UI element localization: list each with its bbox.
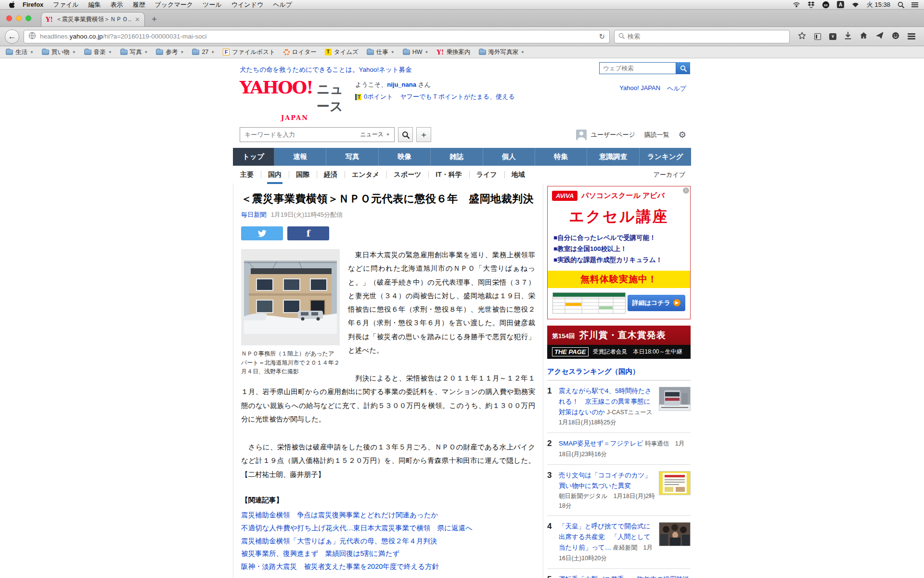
menu-history[interactable]: 履歴	[133, 0, 145, 9]
browser-search-bar[interactable]	[614, 30, 790, 43]
bookmark-filepost[interactable]: Fファイルポスト	[223, 48, 275, 56]
bookmark-folder-work[interactable]: 仕事▼	[367, 48, 395, 56]
menu-tools[interactable]: ツール	[203, 0, 222, 9]
related-link[interactable]: 震災補助金横領「大雪りばぁ」元代表の母、懲役２年４月判決	[241, 535, 535, 548]
zoom-window-button[interactable]	[26, 15, 31, 21]
akutagawa-prize-ad[interactable]: 第154回 芥川賞・直木賞発表 THE PAGE 受賞記者会見 本日18:00～…	[547, 326, 691, 359]
article-source-link[interactable]: 毎日新聞	[241, 211, 266, 218]
bookmark-folder-photo[interactable]: 写真▼	[120, 48, 148, 56]
subscriptions-link[interactable]: 購読一覧	[644, 131, 669, 139]
subnav-it-science[interactable]: IT・科学	[428, 166, 469, 184]
news-search-button[interactable]	[398, 127, 413, 142]
related-link[interactable]: 阪神・淡路大震災 被災者支えた事業を2020年度で終える方針	[241, 560, 535, 573]
ad-info-icon[interactable]: i	[683, 187, 689, 194]
downloads-icon[interactable]	[845, 32, 851, 41]
nav-tab-top[interactable]: トップ	[233, 148, 274, 166]
ranking-link[interactable]: 運転手「大型バス苦手」＝昨年末の採用時説明―重体男性死亡死者15人に・転落事故	[559, 576, 689, 578]
input-source-icon[interactable]: A	[837, 1, 844, 8]
menu-file[interactable]: ファイル	[53, 0, 78, 9]
airport-icon[interactable]	[793, 1, 800, 8]
nav-tab-personal[interactable]: 個人	[483, 148, 535, 166]
points-link[interactable]: 0ポイント	[364, 92, 393, 101]
creative-cloud-icon[interactable]: cc	[822, 1, 830, 9]
browser-tab[interactable]: Y! ＜震災事業費横領＞ＮＰＯ... ✕	[41, 12, 145, 26]
subnav-life[interactable]: ライフ	[469, 166, 504, 184]
home-icon[interactable]	[860, 32, 868, 41]
help-link[interactable]: ヘルプ	[667, 84, 686, 93]
promo-banner-link[interactable]: 犬たちの命を救うためにできることは。Yahoo!ネット募金	[240, 66, 412, 73]
ranking-thumbnail-flyer[interactable]	[659, 471, 691, 495]
nav-tab-photo[interactable]: 写真	[326, 148, 378, 166]
related-link[interactable]: 被災事業所、復興進まず 業績回復は5割に満たず	[241, 547, 535, 560]
username-link[interactable]: niju_nana	[387, 81, 416, 88]
nav-tab-feature[interactable]: 特集	[535, 148, 587, 166]
bookmark-folder-overseas-photographers[interactable]: 海外写真家▼	[479, 48, 525, 56]
archive-link[interactable]: アーカイブ	[654, 171, 691, 179]
share-send-icon[interactable]	[876, 32, 884, 41]
menu-firefox[interactable]: Firefox	[23, 1, 43, 8]
bookmark-reuters[interactable]: ロイター	[283, 48, 317, 56]
subnav-world[interactable]: 国際	[289, 166, 317, 184]
menu-help[interactable]: ヘルプ	[273, 0, 292, 9]
bookmark-folder-hw[interactable]: HW▼	[403, 49, 429, 55]
new-tab-button[interactable]: +	[152, 14, 157, 25]
pocket-icon[interactable]: ∨	[829, 33, 836, 40]
menu-hamburger-icon[interactable]	[908, 32, 915, 41]
wifi-icon[interactable]	[851, 1, 860, 8]
menu-window[interactable]: ウインドウ	[231, 0, 264, 9]
url-bar[interactable]: headlines.yahoo.co.jp/hl?a=20160119-0000…	[24, 30, 610, 43]
yahoo-japan-link[interactable]: Yahoo! JAPAN	[619, 84, 660, 93]
yahoo-news-logo[interactable]: YAHOO! ニュース JAPAN	[240, 79, 349, 121]
hello-smiley-icon[interactable]	[892, 32, 899, 41]
add-keyword-button[interactable]: ＋	[416, 127, 431, 142]
subnav-main[interactable]: 主要	[233, 166, 261, 184]
minimize-window-button[interactable]	[16, 15, 22, 21]
article-photo[interactable]	[241, 249, 340, 345]
bookmark-folder-life[interactable]: 生活▼	[6, 48, 34, 56]
user-page-link[interactable]: ユーザーページ	[591, 131, 635, 139]
subnav-entertainment[interactable]: エンタメ	[345, 166, 386, 184]
menu-edit[interactable]: 編集	[89, 0, 101, 9]
nav-tab-magazine[interactable]: 雑誌	[431, 148, 483, 166]
bookmark-times[interactable]: Tタイムズ	[325, 48, 359, 56]
twitter-share-button[interactable]	[241, 226, 283, 240]
ranking-link[interactable]: 売り文句は「ココイチのカツ」 買い物中に気づいた異変	[559, 472, 657, 489]
ad-cta-button[interactable]: 詳細はコチラ ▶	[628, 295, 685, 311]
web-search-input[interactable]	[599, 62, 676, 74]
related-link[interactable]: 不適切な人件費や打ち上げ花火代…東日本大震災事業で横領 県に返還へ	[241, 522, 535, 535]
apple-menu-icon[interactable]	[9, 1, 15, 8]
notification-center-icon[interactable]	[911, 1, 918, 8]
gear-icon[interactable]: ⚙	[679, 130, 686, 140]
related-link[interactable]: 震災補助金横領 争点は震災復興事業とどれだけ関連あったか	[241, 509, 535, 522]
nav-tab-flash[interactable]: 速報	[274, 148, 326, 166]
nav-tab-video[interactable]: 映像	[379, 148, 431, 166]
menu-view[interactable]: 表示	[111, 0, 123, 9]
search-scope-dropdown[interactable]: ニュース▼	[356, 131, 394, 139]
tab-close-icon[interactable]: ✕	[135, 16, 140, 23]
nav-tab-ranking[interactable]: ランキング	[640, 148, 691, 166]
menu-bar-clock[interactable]: 火 15:38	[867, 0, 890, 9]
reload-icon[interactable]: ↻	[599, 32, 605, 41]
news-search-input[interactable]	[240, 131, 356, 138]
subnav-local[interactable]: 地域	[504, 166, 532, 184]
nav-tab-poll[interactable]: 意識調査	[587, 148, 639, 166]
web-search-button[interactable]	[676, 62, 690, 74]
bookmark-folder-reference[interactable]: 参考▼	[156, 48, 184, 56]
bookmark-transit[interactable]: Y!乗換案内	[437, 48, 471, 56]
bookmark-folder-shopping[interactable]: 買い物▼	[42, 48, 76, 56]
menu-bookmarks[interactable]: ブックマーク	[155, 0, 193, 9]
article-figure[interactable]: ＮＰＯ事務所（１階上）があったアパート＝北海道旭川市で２０１４年２月４日、浅野孝…	[241, 249, 340, 376]
ranking-thumbnail-train[interactable]	[659, 387, 691, 411]
sidebar-toggle-icon[interactable]	[814, 33, 821, 40]
subnav-economy[interactable]: 経済	[317, 166, 345, 184]
bookmark-folder-music[interactable]: 音楽▼	[84, 48, 112, 56]
subnav-sports[interactable]: スポーツ	[386, 166, 428, 184]
dropbox-icon[interactable]	[808, 1, 815, 8]
site-identity-globe-icon[interactable]	[28, 32, 36, 41]
bookmark-folder-27[interactable]: 27▼	[192, 49, 215, 55]
spotlight-icon[interactable]	[898, 1, 904, 8]
ranking-thumbnail-crowd[interactable]	[659, 522, 691, 546]
tpoint-message-link[interactable]: ヤフーでもＴポイントがたまる、使える	[400, 92, 514, 101]
facebook-share-button[interactable]: f	[287, 226, 329, 240]
aviva-ad[interactable]: i AViVA パソコンスクール アビバ エクセル講座 ■自分に合ったレベルで受…	[547, 186, 691, 319]
